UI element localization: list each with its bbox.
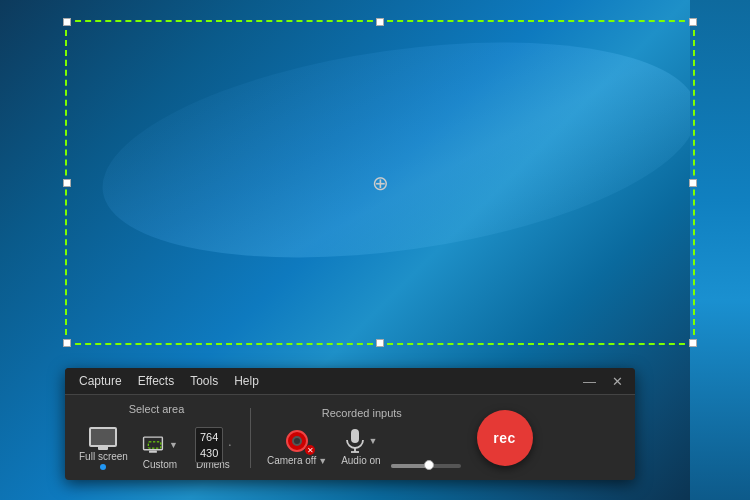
rec-label: rec <box>493 430 516 446</box>
menu-capture[interactable]: Capture <box>73 372 128 390</box>
full-screen-icon <box>85 423 121 451</box>
select-area-label: Select area <box>129 403 185 415</box>
dim-height-value: 430 <box>200 446 218 460</box>
monitor-icon <box>89 427 117 447</box>
recorded-inputs-controls: ✕ Camera off ▼ <box>263 425 461 468</box>
camera-button[interactable]: ✕ Camera off ▼ <box>263 425 331 468</box>
dimensions-button[interactable]: 764 430 Dimens <box>188 429 238 472</box>
svg-rect-1 <box>149 450 157 452</box>
menu-effects[interactable]: Effects <box>132 372 180 390</box>
camera-dropdown-arrow: ▼ <box>318 456 327 466</box>
menu-bar: Capture Effects Tools Help — ✕ <box>65 368 635 395</box>
desktop-right-panel <box>690 0 750 500</box>
audio-icon-wrap: ▼ <box>343 427 379 455</box>
volume-thumb[interactable] <box>424 460 434 470</box>
menu-help[interactable]: Help <box>228 372 265 390</box>
custom-dropdown-arrow: ▼ <box>169 440 178 450</box>
svg-rect-3 <box>229 445 230 446</box>
volume-section <box>391 444 461 468</box>
svg-rect-2 <box>148 442 161 448</box>
recorded-inputs-section: Recorded inputs ✕ Camera off ▼ <box>263 407 461 468</box>
dimensions-icon-wrap: 764 430 <box>195 431 231 459</box>
volume-slider[interactable] <box>391 464 461 468</box>
camera-inner <box>292 436 302 446</box>
toolbar-panel: Capture Effects Tools Help — ✕ Select ar… <box>65 368 635 480</box>
menu-items: Capture Effects Tools Help <box>73 372 265 390</box>
lock-icon <box>229 438 231 452</box>
custom-button[interactable]: ▼ Custom <box>138 429 182 472</box>
full-screen-indicator <box>100 464 106 470</box>
camera-icon-wrap: ✕ <box>279 427 315 455</box>
recorded-inputs-label: Recorded inputs <box>322 407 402 419</box>
select-area-controls: Full screen ▼ Custom <box>75 421 238 472</box>
custom-icon-wrap: ▼ <box>142 431 178 459</box>
record-button[interactable]: rec <box>477 410 533 466</box>
microphone-icon <box>344 427 366 455</box>
audio-label: Audio on <box>341 455 380 466</box>
full-screen-button[interactable]: Full screen <box>75 421 132 472</box>
audio-button[interactable]: ▼ Audio on <box>337 425 384 468</box>
dim-inputs: 764 430 <box>195 427 223 463</box>
svg-rect-4 <box>351 429 359 443</box>
full-screen-label: Full screen <box>79 451 128 462</box>
select-area-section: Select area Full screen <box>75 403 238 472</box>
dim-width-value: 764 <box>200 430 218 444</box>
close-button[interactable]: ✕ <box>608 374 627 389</box>
camera-label: Camera off <box>267 455 316 466</box>
toolbar-body: Select area Full screen <box>65 395 635 480</box>
audio-dropdown-arrow: ▼ <box>368 436 377 446</box>
menu-tools[interactable]: Tools <box>184 372 224 390</box>
custom-monitor-icon <box>142 433 167 457</box>
section-divider <box>250 408 251 468</box>
window-controls: — ✕ <box>579 374 627 389</box>
custom-label: Custom <box>143 459 177 470</box>
camera-off-indicator: ✕ <box>305 445 315 455</box>
minimize-button[interactable]: — <box>579 374 600 389</box>
